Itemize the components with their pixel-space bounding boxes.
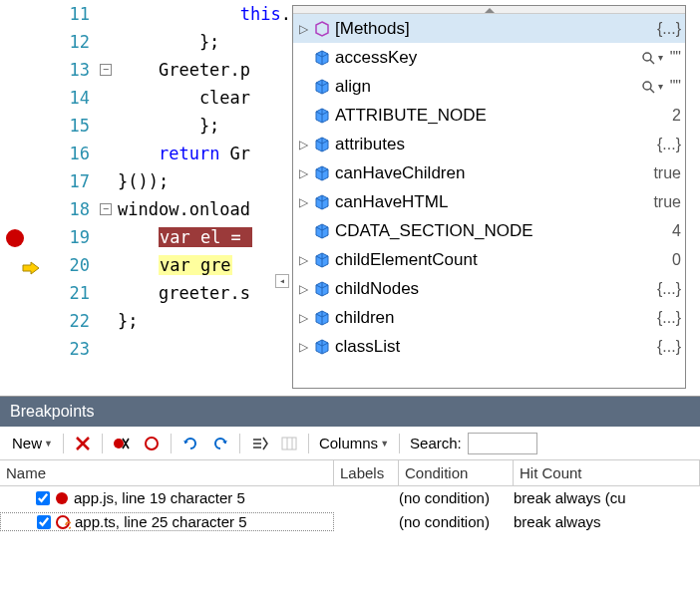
delete-button[interactable] (68, 433, 98, 454)
code-line[interactable]: Greeter.p (118, 60, 250, 80)
code-line[interactable]: greeter.s (118, 283, 250, 303)
expand-side-icon[interactable]: ◂ (275, 274, 289, 288)
breakpoint-condition: (no condition) (399, 513, 514, 530)
new-button[interactable]: New▼ (6, 433, 59, 453)
expand-icon[interactable]: ▷ (297, 166, 309, 180)
property-row[interactable]: ▷attributes{...} (293, 130, 685, 158)
property-value: true (653, 164, 681, 182)
expand-icon[interactable]: ▷ (297, 282, 309, 296)
expand-icon[interactable]: ▷ (297, 253, 309, 267)
property-name: accessKey (335, 48, 642, 68)
breakpoints-header: Name Labels Condition Hit Count (0, 460, 700, 486)
property-icon (313, 338, 331, 356)
breakpoint-icon[interactable] (6, 229, 24, 247)
property-icon (313, 193, 331, 211)
property-row[interactable]: ▷classList{...} (293, 332, 685, 361)
breakpoint-checkbox[interactable] (37, 515, 51, 529)
property-name: childElementCount (335, 250, 668, 270)
property-icon (313, 107, 331, 125)
property-value: 4 (672, 222, 681, 240)
code-line[interactable]: }; (118, 311, 138, 331)
property-icon (313, 251, 331, 269)
expand-icon[interactable]: ▷ (297, 22, 309, 36)
property-icon (313, 49, 331, 67)
property-row[interactable]: ▷canHaveHTMLtrue (293, 187, 685, 216)
magnifier-icon[interactable] (642, 80, 656, 94)
expand-icon[interactable]: ▷ (297, 311, 309, 325)
dropdown-icon[interactable]: ▾ (658, 81, 666, 92)
col-condition-header[interactable]: Condition (399, 460, 514, 485)
toggle-all-button[interactable] (137, 433, 167, 454)
line-number: 14 (70, 88, 90, 108)
code-line[interactable]: this. (118, 4, 291, 24)
undo-button[interactable] (205, 433, 235, 454)
code-line[interactable]: clear (118, 88, 250, 108)
col-name-header[interactable]: Name (0, 460, 334, 485)
toggle-all-icon (143, 435, 161, 452)
fold-icon[interactable]: − (100, 203, 112, 215)
property-row[interactable]: ▷childElementCount0 (293, 245, 685, 274)
property-name: [Methods] (335, 19, 653, 39)
separator (308, 434, 309, 453)
magnifier-icon[interactable] (642, 51, 656, 65)
property-value: 0 (672, 251, 681, 269)
svg-line-3 (650, 89, 654, 93)
expand-icon[interactable]: ▷ (297, 138, 309, 151)
separator (171, 434, 172, 453)
code-line[interactable]: }; (118, 32, 219, 52)
show-columns-button[interactable] (274, 433, 304, 454)
property-row[interactable]: ▷[Methods]{...} (293, 14, 685, 43)
columns-dropdown[interactable]: Columns▼ (313, 433, 395, 453)
fold-icon[interactable]: − (100, 64, 112, 76)
code-line[interactable]: var el = (118, 227, 252, 247)
line-number: 11 (70, 4, 90, 24)
breakpoint-checkbox[interactable] (36, 491, 50, 505)
property-row[interactable]: ▷childNodes{...} (293, 274, 685, 303)
dropdown-icon: ▼ (380, 439, 389, 448)
property-icon (313, 136, 331, 153)
property-row[interactable]: ▷children{...} (293, 303, 685, 332)
columns-label: Columns (319, 435, 378, 451)
col-hitcount-header[interactable]: Hit Count (514, 460, 700, 485)
col-labels-header[interactable]: Labels (334, 460, 399, 485)
expand-icon[interactable]: ▷ (297, 195, 309, 209)
goto-source-button[interactable] (244, 433, 274, 454)
svg-line-1 (650, 60, 654, 64)
delete-all-button[interactable] (107, 433, 137, 454)
code-line[interactable]: }()); (118, 171, 169, 191)
breakpoints-title: Breakpoints (0, 397, 700, 427)
intellisense-popup[interactable]: ▷[Methods]{...}accessKey▾""align▾""ATTRI… (292, 5, 686, 389)
breakpoint-condition: (no condition) (399, 489, 514, 506)
property-name: canHaveHTML (335, 192, 649, 212)
property-name: classList (335, 337, 653, 357)
property-name: attributes (335, 135, 653, 154)
code-line[interactable]: window.onload (118, 199, 250, 219)
svg-point-5 (146, 438, 158, 449)
code-line[interactable]: return Gr (118, 144, 250, 163)
breakpoint-name: app.ts, line 25 character 5 (75, 513, 247, 530)
breakpoints-rows: app.js, line 19 character 5(no condition… (0, 486, 700, 534)
expand-icon[interactable]: ▷ (297, 340, 309, 354)
code-line[interactable]: var gre (118, 255, 232, 275)
breakpoint-row[interactable]: app.ts, line 25 character 5(no condition… (0, 509, 700, 534)
property-value: true (653, 193, 681, 211)
code-line[interactable]: }; (118, 116, 219, 136)
redo-button[interactable] (175, 433, 205, 454)
property-name: CDATA_SECTION_NODE (335, 221, 668, 241)
property-value: {...} (657, 338, 681, 356)
dropdown-icon[interactable]: ▾ (658, 52, 666, 63)
svg-point-0 (643, 53, 651, 61)
svg-point-9 (56, 492, 68, 504)
property-icon (313, 164, 331, 182)
breakpoint-row[interactable]: app.js, line 19 character 5(no condition… (0, 486, 700, 509)
property-icon (313, 222, 331, 240)
property-row[interactable]: ▷canHaveChildrentrue (293, 158, 685, 187)
property-row[interactable]: CDATA_SECTION_NODE4 (293, 216, 685, 245)
property-row[interactable]: align▾"" (293, 72, 685, 101)
property-row[interactable]: accessKey▾"" (293, 43, 685, 72)
popup-scroll-up-icon[interactable] (293, 6, 685, 14)
property-row[interactable]: ATTRIBUTE_NODE2 (293, 101, 685, 130)
line-number: 12 (70, 32, 90, 52)
current-line-arrow-icon (22, 259, 40, 273)
search-input[interactable] (468, 433, 537, 454)
